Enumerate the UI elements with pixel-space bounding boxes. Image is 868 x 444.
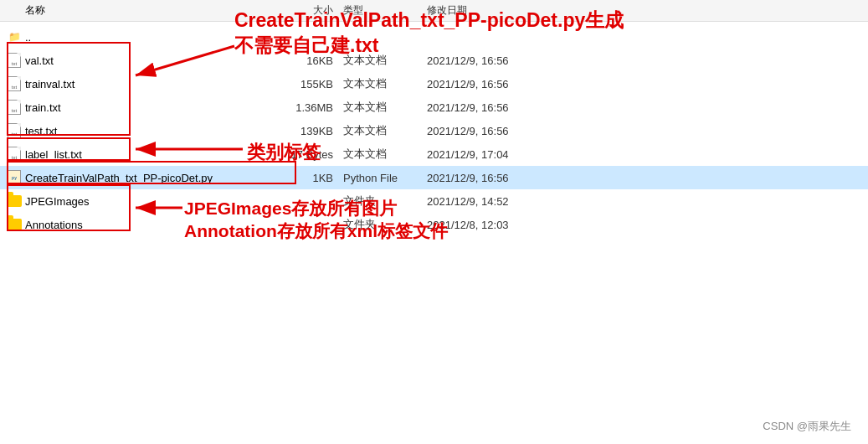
table-row[interactable]: txttest.txt139KB文本文档2021/12/9, 16:56 (0, 119, 868, 142)
file-type: 文本文档 (343, 100, 427, 115)
size-column-header[interactable]: 大小 (276, 3, 343, 18)
file-name: label_list.txt (25, 148, 276, 161)
file-date: 2021/12/9, 16:56 (427, 78, 561, 90)
file-explorer: 名称 大小 类型 修改日期 📁..txtval.txt16KB文本文档2021/… (0, 0, 868, 444)
file-name: CreateTrainValPath_txt_PP-picoDet.py (25, 172, 276, 184)
file-name: val.txt (25, 54, 276, 67)
file-name: trainval.txt (25, 78, 276, 90)
file-size: 1KB (276, 172, 343, 184)
file-size: 155KB (276, 78, 343, 90)
file-date: 2021/12/8, 12:03 (427, 219, 561, 231)
file-type: 文本文档 (343, 76, 427, 91)
type-column-header[interactable]: 类型 (343, 3, 427, 18)
file-type: 文本文档 (343, 123, 427, 138)
file-date: 2021/12/9, 16:56 (427, 172, 561, 184)
folder-icon (7, 193, 22, 209)
file-date: 2021/12/9, 14:52 (427, 195, 561, 208)
file-name: .. (25, 31, 276, 44)
table-row[interactable]: txttrainval.txt155KB文本文档2021/12/9, 16:56 (0, 72, 868, 96)
watermark: CSDN @雨果先生 (763, 419, 851, 434)
file-name: Annotations (25, 219, 276, 231)
file-type: 文件夹 (343, 194, 427, 209)
table-row[interactable]: 📁.. (0, 25, 868, 49)
file-type: 文本文档 (343, 53, 427, 68)
table-row[interactable]: Annotations文件夹2021/12/8, 12:03 (0, 213, 868, 236)
file-size: 17 Bytes (276, 148, 343, 161)
txt-file-icon: txt (7, 75, 22, 92)
file-date: 2021/12/9, 16:56 (427, 54, 561, 67)
table-row[interactable]: txttrain.txt1.36MB文本文档2021/12/9, 16:56 (0, 96, 868, 119)
file-size: 16KB (276, 54, 343, 67)
file-date: 2021/12/9, 16:56 (427, 101, 561, 114)
file-list: 📁..txtval.txt16KB文本文档2021/12/9, 16:56txt… (0, 22, 868, 444)
file-date: 2021/12/9, 17:04 (427, 148, 561, 161)
file-name: JPEGImages (25, 195, 276, 208)
file-type: 文本文档 (343, 147, 427, 162)
folder-icon (7, 216, 22, 233)
table-row[interactable]: txtval.txt16KB文本文档2021/12/9, 16:56 (0, 49, 868, 72)
py-file-icon: py (7, 169, 22, 186)
parent-dir-icon: 📁 (7, 28, 22, 45)
file-size: 1.36MB (276, 101, 343, 114)
txt-file-icon: txt (7, 146, 22, 163)
name-column-header[interactable]: 名称 (25, 3, 276, 18)
txt-file-icon: txt (7, 52, 22, 69)
column-headers: 名称 大小 类型 修改日期 (0, 0, 868, 22)
file-type: 文件夹 (343, 217, 427, 232)
file-name: test.txt (25, 125, 276, 137)
table-row[interactable]: JPEGImages文件夹2021/12/9, 14:52 (0, 189, 868, 213)
file-size: 139KB (276, 125, 343, 137)
date-column-header[interactable]: 修改日期 (427, 3, 561, 18)
file-date: 2021/12/9, 16:56 (427, 125, 561, 137)
file-name: train.txt (25, 101, 276, 114)
txt-file-icon: txt (7, 122, 22, 139)
txt-file-icon: txt (7, 99, 22, 116)
table-row[interactable]: txtlabel_list.txt17 Bytes文本文档2021/12/9, … (0, 142, 868, 166)
table-row[interactable]: pyCreateTrainValPath_txt_PP-picoDet.py1K… (0, 166, 868, 189)
file-type: Python File (343, 172, 427, 184)
